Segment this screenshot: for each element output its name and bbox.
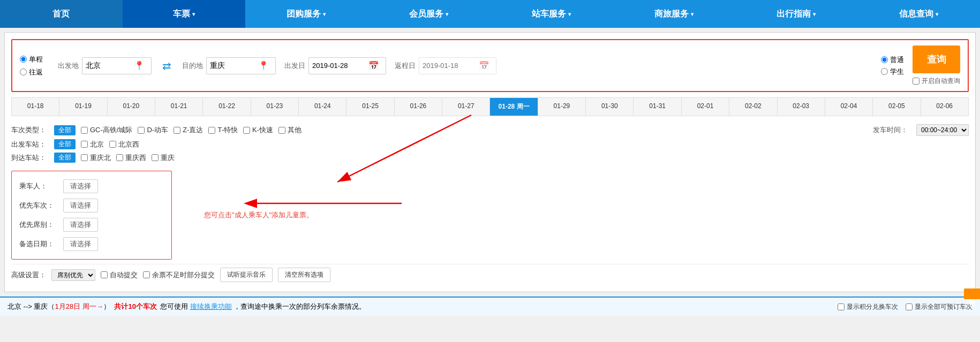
auto-submit-checkbox[interactable]: 自动提交 (101, 270, 138, 280)
nav-info-query[interactable]: 信息查询 ▾ (857, 0, 980, 28)
to-station-filter-row: 到达车站： 全部 重庆北 重庆西 重庆 (11, 151, 969, 164)
date-tab-0202[interactable]: 02-02 (729, 98, 777, 116)
from-station-filter-row: 出发车站： 全部 北京 北京西 (11, 138, 969, 151)
train-type-other[interactable]: 其他 (278, 125, 301, 135)
date-tab-0124[interactable]: 01-24 (299, 98, 346, 116)
nav-station-service[interactable]: 站车服务 ▾ (490, 0, 613, 28)
chevron-down-icon: ▾ (568, 11, 571, 17)
query-button[interactable]: 查询 (913, 45, 960, 73)
train-type-d[interactable]: D-动车 (138, 125, 168, 135)
train-type-z[interactable]: Z-直达 (174, 125, 203, 135)
backup-date-btn[interactable]: 请选择 (63, 237, 98, 251)
auto-query-checkbox[interactable]: 开启自动查询 (913, 77, 960, 86)
from-input[interactable] (86, 62, 134, 70)
date-tab-0122[interactable]: 01-22 (203, 98, 251, 116)
date-tab-0120[interactable]: 01-20 (108, 98, 155, 116)
clear-options-btn[interactable]: 清空所有选项 (278, 268, 330, 282)
date-tab-0205[interactable]: 02-05 (873, 98, 921, 116)
passenger-row: 乘车人： 请选择 (19, 177, 164, 196)
date-tab-0119[interactable]: 01-19 (59, 98, 107, 116)
route-text: 北京 --> 重庆（1月28日 周一→） 共计10个车次 (7, 302, 157, 311)
date-tab-0201[interactable]: 02-01 (682, 98, 729, 116)
nav-business-travel[interactable]: 商旅服务 ▾ (613, 0, 735, 28)
date-tab-0121[interactable]: 01-21 (155, 98, 203, 116)
transfer-link[interactable]: 接续换乘功能 (190, 302, 232, 310)
nav-travel-guide[interactable]: 出行指南 ▾ (735, 0, 858, 28)
to-station-all[interactable]: 全部 (54, 153, 76, 163)
date-tab-0126[interactable]: 01-26 (395, 98, 442, 116)
date-tab-0130[interactable]: 01-30 (586, 98, 634, 116)
child-hint-area: 您可点击"成人乘车人"添加儿童票。 (172, 166, 969, 264)
from-station-label: 出发车站： (11, 140, 49, 149)
search-form: 单程 往返 出发地 📍 ⇄ 目的地 (11, 39, 969, 92)
show-points-checkbox[interactable]: 显示积分兑换车次 (838, 302, 898, 311)
student-ticket-radio[interactable]: 学生 (881, 67, 904, 77)
date-tab-0123[interactable]: 01-23 (251, 98, 299, 116)
priority-train-btn[interactable]: 请选择 (63, 199, 98, 212)
date-tab-0204[interactable]: 02-04 (825, 98, 873, 116)
calendar-icon-return[interactable]: 📅 (479, 60, 489, 71)
depart-date-field: 出发日 📅 (284, 57, 386, 74)
passenger-section: 乘车人： 请选择 优先车次： 请选择 优先席别： 请选择 备选日期： 请选择 (11, 171, 172, 260)
location-icon: 📍 (134, 60, 145, 71)
depart-time-select[interactable]: 00:00~24:00 (916, 124, 969, 136)
nav-group-purchase[interactable]: 团购服务 ▾ (245, 0, 368, 28)
return-date-input[interactable] (423, 62, 479, 70)
query-section: 查询 开启自动查询 (913, 45, 960, 86)
show-all-checkbox[interactable]: 显示全部可预订车次 (906, 302, 973, 311)
date-tab-0125[interactable]: 01-25 (346, 98, 394, 116)
nav-home[interactable]: 首页 (0, 0, 123, 28)
to-station-chongqingbei[interactable]: 重庆北 (81, 153, 111, 163)
play-music-btn[interactable]: 试听提示音乐 (220, 268, 273, 282)
seat-priority-select[interactable]: 席别优先 (51, 269, 95, 281)
swap-icon[interactable]: ⇄ (160, 59, 174, 72)
helper-button[interactable]: 订票帮手 (964, 288, 980, 299)
to-input-wrap[interactable]: 📍 (206, 57, 276, 74)
date-tab-0118[interactable]: 01-18 (12, 98, 59, 116)
train-type-k[interactable]: K-快速 (243, 125, 273, 135)
return-date-wrap[interactable]: 📅 (419, 57, 496, 74)
bottom-bar: 北京 --> 重庆（1月28日 周一→） 共计10个车次 您可使用 接续换乘功能… (0, 297, 980, 316)
ticket-type-group: 普通 学生 (881, 55, 904, 77)
location-icon-2: 📍 (258, 60, 269, 71)
date-tab-0131[interactable]: 01-31 (634, 98, 681, 116)
date-tab-0203[interactable]: 02-03 (778, 98, 825, 116)
trip-type-group: 单程 往返 (20, 55, 49, 77)
depart-date-input[interactable] (312, 62, 368, 70)
from-station-beijingxi[interactable]: 北京西 (109, 140, 139, 149)
from-station-all[interactable]: 全部 (54, 139, 76, 149)
train-type-label: 车次类型： (11, 125, 49, 135)
to-input[interactable] (210, 62, 258, 70)
date-tab-0128[interactable]: 01-28 周一 (490, 98, 538, 116)
train-type-gc[interactable]: GC-高铁/城际 (81, 125, 132, 135)
normal-ticket-radio[interactable]: 普通 (881, 55, 904, 65)
train-type-all[interactable]: 全部 (54, 125, 76, 135)
date-tab-0206[interactable]: 02-06 (921, 98, 968, 116)
child-hint: 您可点击"成人乘车人"添加儿童票。 (193, 205, 324, 225)
passenger-label: 乘车人： (19, 181, 58, 191)
from-station-beijing[interactable]: 北京 (81, 140, 104, 149)
calendar-icon[interactable]: 📅 (368, 60, 379, 71)
depart-date-wrap[interactable]: 📅 (308, 57, 386, 74)
backup-date-row: 备选日期： 请选择 (19, 234, 164, 254)
to-station-chongqing[interactable]: 重庆 (152, 153, 175, 163)
round-trip-radio[interactable]: 往返 (20, 67, 49, 77)
train-type-t[interactable]: T-特快 (208, 125, 238, 135)
to-field: 目的地 📍 (182, 57, 276, 74)
chevron-down-icon: ▾ (813, 11, 816, 17)
priority-seat-row: 优先席别： 请选择 (19, 215, 164, 234)
from-input-wrap[interactable]: 📍 (82, 57, 152, 74)
date-tab-0127[interactable]: 01-27 (442, 98, 490, 116)
one-way-radio[interactable]: 单程 (20, 55, 49, 64)
nav-tickets[interactable]: 车票 ▾ (123, 0, 245, 28)
from-field: 出发地 📍 (58, 57, 152, 74)
chevron-down-icon: ▾ (446, 11, 448, 17)
priority-seat-btn[interactable]: 请选择 (63, 218, 98, 232)
passenger-choose-btn[interactable]: 请选择 (63, 179, 98, 193)
to-station-chongqingxi[interactable]: 重庆西 (116, 153, 146, 163)
nav-member-service[interactable]: 会员服务 ▾ (367, 0, 490, 28)
partial-submit-checkbox[interactable]: 余票不足时部分提交 (143, 270, 215, 280)
top-nav: 首页 车票 ▾ 团购服务 ▾ 会员服务 ▾ 站车服务 ▾ 商旅服务 ▾ 出行指南… (0, 0, 980, 28)
date-tab-0129[interactable]: 01-29 (538, 98, 586, 116)
priority-seat-label: 优先席别： (19, 220, 58, 230)
